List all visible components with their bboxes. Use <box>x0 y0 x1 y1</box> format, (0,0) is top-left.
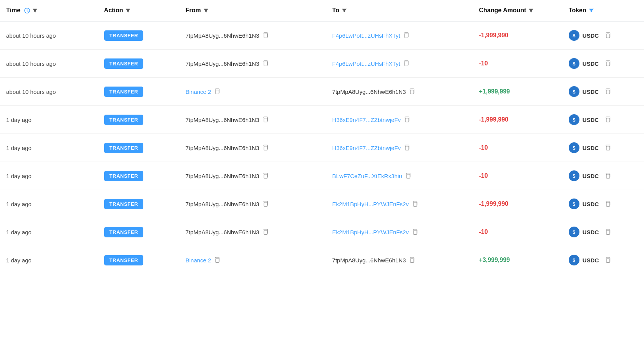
copy-button[interactable] <box>604 60 612 67</box>
to-address-link[interactable]: Ek2M1BpHyH...PYWJEnFs2v <box>332 229 409 235</box>
from-address-wrapper: 7tpMpA8Uyg...6NhwE6h1N3 <box>186 32 269 39</box>
copy-button[interactable] <box>262 200 269 208</box>
copy-button[interactable] <box>262 144 269 152</box>
token-name: USDC <box>583 145 599 151</box>
change-cell: +1,999,999 <box>473 78 562 106</box>
from-filter-icon[interactable] <box>203 8 209 13</box>
copy-button[interactable] <box>262 172 269 180</box>
usdc-token-icon: $ <box>569 30 579 41</box>
table-header-row: Time <box>0 0 644 21</box>
to-address-link[interactable]: H36xE9n4F7...ZZbtnwjeFv <box>332 145 401 151</box>
change-amount: -10 <box>479 172 488 179</box>
col-header-from: From <box>179 0 326 21</box>
table-row: about 10 hours ago TRANSFER 7tpMpA8Uyg..… <box>0 50 644 78</box>
from-address-link[interactable]: Binance 2 <box>186 257 211 264</box>
svg-rect-23 <box>606 202 610 206</box>
token-wrapper: $ USDC <box>569 86 638 97</box>
token-name: USDC <box>583 229 599 235</box>
copy-button[interactable] <box>604 256 612 264</box>
token-wrapper: $ USDC <box>569 114 638 125</box>
to-address-wrapper: H36xE9n4F7...ZZbtnwjeFv <box>332 144 411 152</box>
to-address-link[interactable]: BLwF7CeZuF...XtEkRx3hiu <box>332 173 402 179</box>
copy-button[interactable] <box>604 172 612 180</box>
copy-button[interactable] <box>408 88 416 95</box>
change-amount: -1,999,990 <box>479 32 508 38</box>
from-address-link[interactable]: Binance 2 <box>186 88 211 95</box>
copy-button[interactable] <box>604 144 612 152</box>
copy-button[interactable] <box>411 228 419 236</box>
token-name: USDC <box>583 32 599 39</box>
copy-button[interactable] <box>213 88 221 95</box>
copy-button[interactable] <box>262 60 269 67</box>
time-filter-icon[interactable] <box>32 8 38 13</box>
from-cell: 7tpMpA8Uyg...6NhwE6h1N3 <box>179 106 326 134</box>
token-cell: $ USDC <box>563 190 644 218</box>
time-value: about 10 hours ago <box>6 88 56 95</box>
copy-button[interactable] <box>411 200 419 208</box>
svg-rect-3 <box>264 34 267 38</box>
table-row: about 10 hours ago TRANSFER Binance 2 7t… <box>0 78 644 106</box>
transfer-badge: TRANSFER <box>104 199 144 209</box>
copy-button[interactable] <box>213 256 221 264</box>
svg-rect-18 <box>264 174 267 178</box>
from-address-text: 7tpMpA8Uyg...6NhwE6h1N3 <box>186 173 259 179</box>
time-value: about 10 hours ago <box>6 60 56 67</box>
token-name: USDC <box>583 60 599 67</box>
to-address-link[interactable]: H36xE9n4F7...ZZbtnwjeFv <box>332 117 401 123</box>
copy-button[interactable] <box>402 60 410 67</box>
usdc-token-icon: $ <box>569 114 579 125</box>
to-address-link[interactable]: F4p6LwPott...zUHsFhXTyt <box>332 60 400 67</box>
from-address-text: 7tpMpA8Uyg...6NhwE6h1N3 <box>186 117 259 123</box>
to-address-link[interactable]: Ek2M1BpHyH...PYWJEnFs2v <box>332 201 409 207</box>
col-header-to: To <box>326 0 473 21</box>
to-address-link[interactable]: F4p6LwPott...zUHsFhXTyt <box>332 32 400 39</box>
copy-button[interactable] <box>262 116 269 123</box>
action-filter-icon[interactable] <box>125 8 131 13</box>
copy-button[interactable] <box>408 256 416 264</box>
token-cell: $ USDC <box>563 218 644 246</box>
usdc-token-icon: $ <box>569 86 579 97</box>
to-address-wrapper: H36xE9n4F7...ZZbtnwjeFv <box>332 116 411 123</box>
svg-rect-17 <box>606 146 610 150</box>
svg-rect-29 <box>606 259 610 262</box>
table-row: 1 day ago TRANSFER 7tpMpA8Uyg...6NhwE6h1… <box>0 106 644 134</box>
copy-button[interactable] <box>604 228 612 236</box>
copy-button[interactable] <box>403 144 411 152</box>
change-filter-icon[interactable] <box>528 8 534 13</box>
copy-button[interactable] <box>604 200 612 208</box>
to-cell: F4p6LwPott...zUHsFhXTyt <box>326 50 473 78</box>
transfer-badge: TRANSFER <box>104 87 144 97</box>
copy-button[interactable] <box>262 32 269 39</box>
usdc-token-icon: $ <box>569 199 579 209</box>
table-row: about 10 hours ago TRANSFER 7tpMpA8Uyg..… <box>0 21 644 50</box>
usdc-token-icon: $ <box>569 255 579 265</box>
token-filter-icon[interactable] <box>589 8 594 13</box>
svg-rect-11 <box>606 90 610 94</box>
change-cell: -10 <box>473 162 562 190</box>
table-row: 1 day ago TRANSFER 7tpMpA8Uyg...6NhwE6h1… <box>0 218 644 246</box>
svg-line-2 <box>27 10 28 11</box>
to-address-text: 7tpMpA8Uyg...6NhwE6h1N3 <box>332 88 406 95</box>
copy-button[interactable] <box>604 116 612 123</box>
copy-button[interactable] <box>604 32 612 39</box>
transfer-badge: TRANSFER <box>104 171 144 181</box>
copy-button[interactable] <box>404 172 412 180</box>
table-row: 1 day ago TRANSFER 7tpMpA8Uyg...6NhwE6h1… <box>0 162 644 190</box>
token-name: USDC <box>583 88 599 95</box>
copy-button[interactable] <box>262 228 269 236</box>
copy-button[interactable] <box>604 88 612 95</box>
time-value: 1 day ago <box>6 257 32 264</box>
from-cell: Binance 2 <box>179 246 326 274</box>
time-value: 1 day ago <box>6 229 32 235</box>
copy-button[interactable] <box>402 32 410 39</box>
copy-button[interactable] <box>403 116 411 123</box>
from-cell: 7tpMpA8Uyg...6NhwE6h1N3 <box>179 50 326 78</box>
svg-rect-10 <box>410 90 414 94</box>
svg-rect-24 <box>264 230 267 234</box>
to-address-text: 7tpMpA8Uyg...6NhwE6h1N3 <box>332 257 406 264</box>
col-header-action: Action <box>98 0 179 21</box>
to-filter-icon[interactable] <box>342 8 347 13</box>
to-address-wrapper: Ek2M1BpHyH...PYWJEnFs2v <box>332 200 419 208</box>
token-header-label: Token <box>569 7 586 14</box>
transactions-table: Time <box>0 0 644 274</box>
